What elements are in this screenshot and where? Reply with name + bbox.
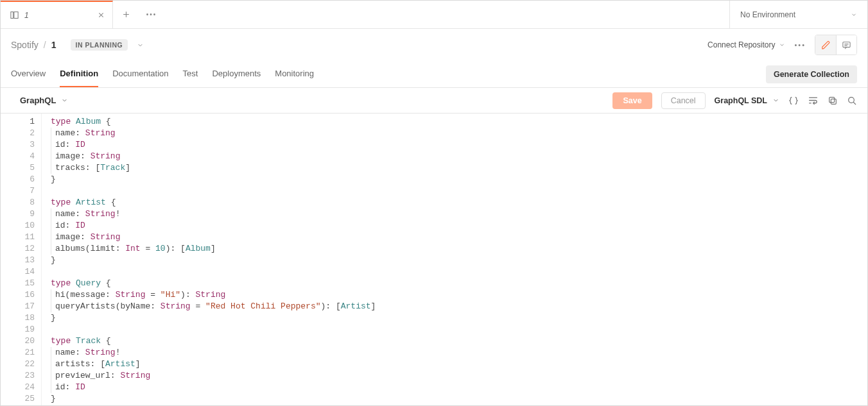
tab-api-1[interactable]: 1 bbox=[1, 1, 113, 28]
api-icon bbox=[10, 10, 19, 20]
header-bar: Spotify / 1 IN PLANNING Connect Reposito… bbox=[1, 29, 867, 61]
breadcrumb-sep: / bbox=[44, 40, 46, 50]
connect-repository-button[interactable]: Connect Repository bbox=[707, 40, 785, 49]
copy-icon[interactable] bbox=[828, 96, 838, 106]
comment-view-button[interactable] bbox=[836, 35, 856, 55]
search-icon[interactable] bbox=[847, 96, 857, 106]
status-badge: IN PLANNING bbox=[71, 39, 128, 51]
tab-deployments-label: Deployments bbox=[212, 69, 261, 78]
svg-point-13 bbox=[849, 97, 855, 103]
header-more-button[interactable]: ••• bbox=[794, 41, 806, 49]
svg-rect-1 bbox=[14, 12, 18, 19]
tab-title: 1 bbox=[24, 11, 29, 20]
svg-rect-12 bbox=[829, 97, 835, 102]
new-tab-button[interactable] bbox=[113, 1, 139, 28]
generate-collection-button[interactable]: Generate Collection bbox=[766, 65, 857, 83]
tab-overflow-button[interactable]: ••• bbox=[139, 1, 164, 28]
status-caret[interactable] bbox=[137, 42, 144, 49]
sdl-format-label: GraphQL SDL bbox=[715, 96, 767, 105]
svg-rect-6 bbox=[843, 42, 850, 47]
svg-line-14 bbox=[853, 102, 856, 105]
wrap-icon[interactable] bbox=[808, 95, 819, 106]
close-icon[interactable] bbox=[98, 12, 105, 19]
environment-selector[interactable]: No Environment bbox=[729, 1, 867, 28]
tab-definition[interactable]: Definition bbox=[60, 61, 98, 87]
svg-rect-11 bbox=[831, 99, 836, 104]
tab-test[interactable]: Test bbox=[183, 61, 198, 87]
code-content[interactable]: type Album { name: String id: ID image: … bbox=[42, 114, 376, 406]
tab-definition-label: Definition bbox=[60, 69, 98, 78]
tab-monitoring[interactable]: Monitoring bbox=[275, 61, 314, 87]
schema-toolbar: GraphQL Save Cancel GraphQL SDL bbox=[1, 88, 867, 114]
environment-label: No Environment bbox=[740, 10, 795, 19]
svg-rect-0 bbox=[11, 12, 13, 19]
nav-tabs: Overview Definition Documentation Test D… bbox=[1, 61, 867, 88]
connect-repository-label: Connect Repository bbox=[707, 40, 775, 49]
chevron-down-icon bbox=[772, 97, 779, 104]
schema-type-label: GraphQL bbox=[20, 96, 56, 105]
chevron-down-icon bbox=[851, 12, 857, 18]
schema-type-picker[interactable]: GraphQL bbox=[20, 96, 68, 105]
sdl-format-picker[interactable]: GraphQL SDL bbox=[715, 96, 779, 105]
save-button[interactable]: Save bbox=[612, 92, 652, 109]
tab-deployments[interactable]: Deployments bbox=[212, 61, 261, 87]
breadcrumb-root[interactable]: Spotify bbox=[11, 40, 39, 50]
tab-test-label: Test bbox=[183, 69, 198, 78]
tab-strip: 1 ••• No Environment bbox=[1, 1, 867, 29]
tab-monitoring-label: Monitoring bbox=[275, 69, 314, 78]
line-gutter: 12345 678910 1112131415 1617181920 21222… bbox=[1, 114, 42, 406]
view-toggle bbox=[815, 35, 857, 55]
tab-documentation[interactable]: Documentation bbox=[112, 61, 168, 87]
edit-view-button[interactable] bbox=[815, 35, 836, 55]
tab-documentation-label: Documentation bbox=[112, 69, 168, 78]
tab-overview-label: Overview bbox=[11, 69, 46, 78]
code-editor[interactable]: 12345 678910 1112131415 1617181920 21222… bbox=[1, 114, 867, 406]
cancel-button[interactable]: Cancel bbox=[661, 92, 706, 109]
chevron-down-icon bbox=[779, 42, 785, 48]
beautify-icon[interactable] bbox=[788, 96, 799, 106]
breadcrumb-current: 1 bbox=[51, 40, 56, 50]
chevron-down-icon bbox=[61, 97, 68, 104]
tab-overview[interactable]: Overview bbox=[11, 61, 46, 87]
